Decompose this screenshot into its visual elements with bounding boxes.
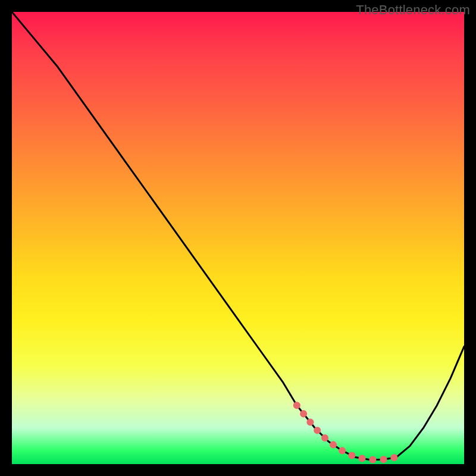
chart-svg: [12, 12, 464, 464]
plot-area: [12, 12, 464, 464]
watermark-text: TheBottleneck.com: [356, 2, 470, 18]
chart-frame: TheBottleneck.com: [0, 0, 476, 476]
curve-line: [12, 12, 464, 459]
chart-paths: [12, 12, 464, 459]
curve-highlight: [297, 405, 396, 459]
